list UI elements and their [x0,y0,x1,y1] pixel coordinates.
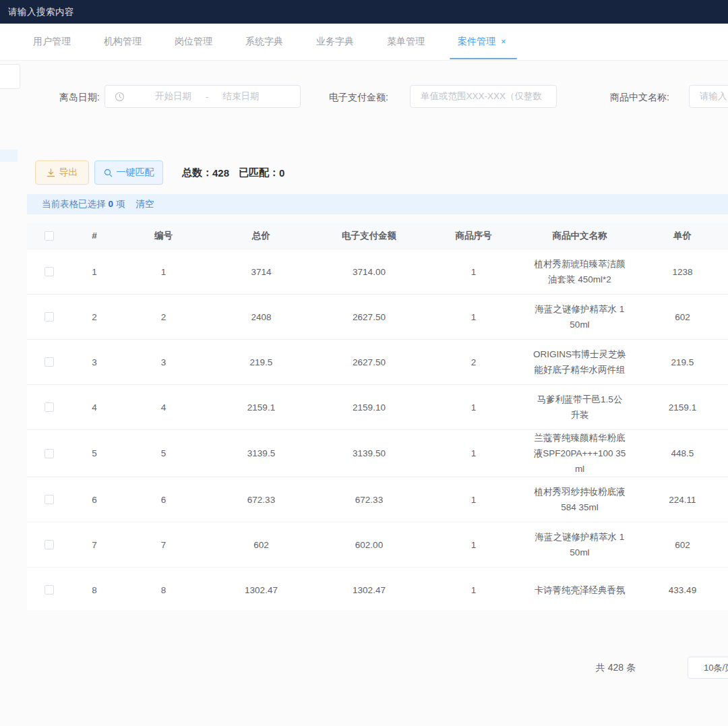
export-button[interactable]: 导出 [35,160,89,185]
download-icon [47,169,55,177]
table-row: 8 8 1302.47 1302.47 1 卡诗菁纯亮泽经典香氛 433.49 [27,568,728,610]
cell-unit: 602 [637,540,728,550]
cell-unit: 219.5 [637,357,728,367]
tab-case-management[interactable]: 案件管理× [458,36,528,48]
cell-index: 5 [71,448,118,458]
col-header-index[interactable]: # [71,231,118,241]
cell-item-no: 1 [425,495,522,505]
cell-paid: 602.00 [313,540,425,550]
table-row: 7 7 602 602.00 1 海蓝之谜修护精萃水 150ml 602 [27,522,728,568]
row-checkbox[interactable] [44,585,54,595]
row-checkbox[interactable] [44,540,54,549]
cell-name: 马爹利蓝带干邑1.5公升装 [522,392,637,423]
cell-name: 海蓝之谜修护精萃水 150ml [522,301,637,332]
top-navbar: 请输入搜索内容 [0,0,728,24]
cell-code: 4 [118,402,209,413]
tab-org-management[interactable]: 机构管理 [104,36,175,48]
date-range-input[interactable]: 开始日期 - 结束日期 [104,85,301,108]
row-checkbox[interactable] [44,402,54,412]
amount-input[interactable]: 单值或范围XXX-XXX（仅整数 [410,85,557,108]
cell-code: 3 [118,357,209,367]
clear-selection-link[interactable]: 清空 [136,198,154,210]
table-row: 2 2 2408 2627.50 1 海蓝之谜修护精萃水 150ml 602 [27,295,728,340]
cell-paid: 1302.47 [313,585,425,595]
global-search-input[interactable]: 请输入搜索内容 [8,6,74,18]
cell-name: 兰蔻菁纯臻颜精华粉底液SPF20PA+++100 35ml [522,430,637,477]
tab-menu-management[interactable]: 菜单管理 [387,36,458,48]
cell-unit: 448.5 [637,448,728,458]
tab-post-management[interactable]: 岗位管理 [175,36,245,48]
cell-unit: 433.49 [637,585,728,595]
total-label: 总数： [182,167,212,179]
cell-paid: 3139.50 [313,448,425,458]
cell-unit: 2159.1 [637,402,728,413]
cell-paid: 3714.00 [313,267,425,277]
col-header-code[interactable]: 编号 [118,230,209,242]
table-row: 6 6 672.33 672.33 1 植村秀羽纱持妆粉底液 584 35ml … [27,477,728,522]
matched-label: 已匹配： [239,167,279,179]
cell-item-no: 2 [425,357,522,367]
search-icon [104,169,113,177]
row-checkbox[interactable] [44,267,54,276]
col-header-unit[interactable]: 单价 [637,230,728,242]
cell-item-no: 1 [425,312,522,322]
cell-unit: 224.11 [637,495,728,505]
cell-index: 2 [71,312,118,322]
selection-info-bar: 当前表格已选择0项 清空 [27,194,728,214]
cell-code: 5 [118,448,209,458]
matched-value: 0 [279,167,284,179]
clock-icon [115,92,125,102]
toolbar: 导出 一键匹配 总数：428已匹配：0 [35,160,284,185]
cell-total: 219.5 [209,357,313,367]
cell-paid: 2159.10 [313,402,425,413]
product-placeholder: 请输入 [700,90,727,102]
case-table: # 编号 总价 电子支付金额 商品序号 商品中文名称 单价 1 1 3714 3… [27,222,728,610]
table-row: 5 5 3139.5 3139.50 1 兰蔻菁纯臻颜精华粉底液SPF20PA+… [27,430,728,477]
one-click-match-button[interactable]: 一键匹配 [94,160,163,185]
col-header-total[interactable]: 总价 [209,230,313,242]
date-filter-label: 离岛日期: [59,85,100,109]
page-size-select[interactable]: 10条/页 [688,657,728,679]
cell-code: 7 [118,540,209,550]
cell-total: 3139.5 [209,448,313,458]
cell-unit: 602 [637,312,728,322]
pagination-bar: 共 428 条 10条/页 [0,657,728,681]
table-row: 1 1 3714 3714.00 1 植村秀新琥珀臻萃洁颜油套装 450ml*2… [27,249,728,295]
cell-index: 3 [71,357,118,367]
cell-code: 6 [118,495,209,505]
amount-placeholder: 单值或范围XXX-XXX（仅整数 [421,90,542,102]
cell-total: 2159.1 [209,402,313,413]
cell-index: 8 [71,585,118,595]
tab-bar: 用户管理 机构管理 岗位管理 系统字典 业务字典 菜单管理 案件管理× [0,24,728,61]
cell-total: 602 [209,540,313,550]
close-tab-icon[interactable]: × [501,36,506,47]
cell-name: 植村秀羽纱持妆粉底液 584 35ml [522,484,637,515]
col-header-item-no[interactable]: 商品序号 [425,230,522,242]
match-stats: 总数：428已匹配：0 [182,167,284,179]
cell-item-no: 1 [425,448,522,458]
row-checkbox[interactable] [44,312,54,322]
row-checkbox[interactable] [44,357,54,367]
cell-paid: 672.33 [313,495,425,505]
col-header-name[interactable]: 商品中文名称 [522,230,637,242]
row-checkbox[interactable] [44,495,54,504]
cell-item-no: 1 [425,540,522,550]
tab-business-dict[interactable]: 业务字典 [316,36,387,48]
start-date-placeholder[interactable]: 开始日期 [146,90,200,102]
table-row: 4 4 2159.1 2159.10 1 马爹利蓝带干邑1.5公升装 2159.… [27,385,728,430]
cell-code: 8 [118,585,209,595]
cell-index: 4 [71,402,118,413]
end-date-placeholder[interactable]: 结束日期 [214,90,268,102]
tab-system-dict[interactable]: 系统字典 [245,36,316,48]
col-header-paid[interactable]: 电子支付金额 [313,230,425,242]
pagination-total: 共 428 条 [596,662,636,674]
table-row: 3 3 219.5 2627.50 2 ORIGINS韦博士灵芝焕能好底子精华水… [27,340,728,385]
tab-user-management[interactable]: 用户管理 [33,36,104,48]
cell-name: 卡诗菁纯亮泽经典香氛 [522,582,637,598]
cell-item-no: 1 [425,402,522,413]
cell-index: 1 [71,267,118,277]
product-name-input[interactable]: 请输入 [689,85,728,108]
row-checkbox[interactable] [44,449,54,458]
select-all-checkbox[interactable] [44,231,54,241]
filter-row: 离岛日期: 开始日期 - 结束日期 电子支付金额: 单值或范围XXX-XXX（仅… [0,85,728,109]
